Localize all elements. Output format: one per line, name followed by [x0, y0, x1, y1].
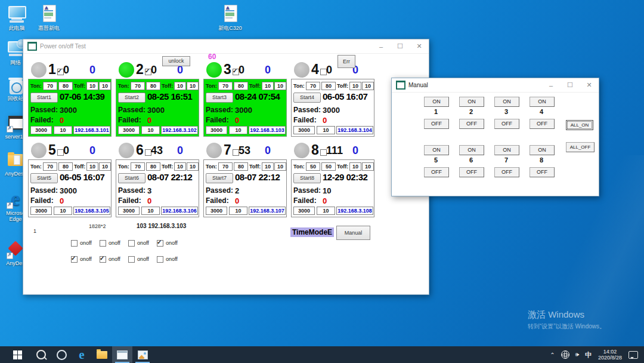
ton2-input[interactable]: 80	[146, 82, 160, 90]
toff1-input[interactable]: 10	[86, 82, 98, 90]
onoff-checkbox-r2-c2[interactable]: onoff	[100, 256, 120, 263]
toff2-input[interactable]: 10	[274, 82, 286, 90]
start-8-button[interactable]: Start8	[293, 173, 321, 183]
off-button-1[interactable]: OFF	[424, 119, 449, 129]
interval-input[interactable]: 10	[141, 126, 160, 134]
start-1-button[interactable]: Start1	[30, 93, 58, 103]
taskbar-edge-button[interactable]: e	[72, 346, 92, 363]
ton1-input[interactable]: 70	[306, 82, 320, 90]
toff1-input[interactable]: 10	[174, 82, 186, 90]
start-3-button[interactable]: Start3	[206, 93, 233, 103]
action-center-button[interactable]	[626, 351, 644, 359]
ton1-input[interactable]: 70	[218, 162, 233, 171]
taskbar-clock[interactable]: 14:02 2020/8/28	[595, 349, 626, 361]
off-button-2[interactable]: OFF	[459, 119, 484, 129]
ton2-input[interactable]: 80	[234, 82, 248, 90]
ton2-input[interactable]: 80	[58, 162, 73, 171]
ip-address-field[interactable]: 192.168.3.107	[249, 207, 286, 215]
cortana-button[interactable]	[51, 346, 72, 363]
toff2-input[interactable]: 10	[99, 82, 111, 90]
onoff-checkbox-r1-c2[interactable]: onoff	[100, 240, 120, 247]
onoff-checkbox-r1-c4[interactable]: onoff	[157, 240, 178, 247]
on-button-5[interactable]: ON	[424, 145, 449, 155]
onoff-checkbox-r1-c1[interactable]: onoff	[71, 240, 92, 247]
ton2-input[interactable]: 80	[321, 82, 336, 90]
toff1-input[interactable]: 10	[349, 82, 361, 90]
manual-titlebar[interactable]: Manual – ☐ ✕	[392, 78, 599, 93]
off-button-7[interactable]: OFF	[494, 167, 519, 177]
toff2-input[interactable]: 10	[99, 162, 111, 171]
start-2-button[interactable]: Start2	[118, 93, 145, 103]
interval-input[interactable]: 10	[141, 207, 160, 215]
ip-address-field[interactable]: 192.168.3.105	[73, 207, 110, 215]
err-button[interactable]: Err	[338, 55, 355, 68]
ton2-input[interactable]: 80	[234, 162, 248, 171]
on-button-3[interactable]: ON	[494, 97, 519, 107]
toff2-input[interactable]: 10	[362, 82, 374, 90]
ip-address-field[interactable]: 192.168.3.108	[336, 207, 373, 215]
unlock-button[interactable]: unlock	[162, 56, 190, 66]
network-tray-button[interactable]	[558, 350, 572, 359]
ton1-input[interactable]: 70	[131, 82, 145, 90]
start-4-button[interactable]: Start4	[293, 93, 321, 103]
toff2-input[interactable]: 10	[274, 162, 286, 171]
manual-minimize-button[interactable]: –	[541, 78, 561, 92]
onoff-checkbox-r2-c1[interactable]: onoff	[71, 256, 92, 263]
total-cycles-input[interactable]: 3000	[118, 207, 140, 215]
on-button-7[interactable]: ON	[494, 145, 519, 155]
toff1-input[interactable]: 10	[262, 82, 274, 90]
maximize-button[interactable]: ☐	[391, 39, 410, 53]
start-5-button[interactable]: Start5	[30, 173, 58, 183]
on-button-4[interactable]: ON	[530, 97, 555, 107]
ip-address-field[interactable]: 192.168.3.106	[161, 207, 198, 215]
start-7-button[interactable]: Start7	[206, 173, 233, 183]
off-button-3[interactable]: OFF	[494, 119, 519, 129]
off-button-8[interactable]: OFF	[530, 167, 555, 177]
ton2-input[interactable]: 50	[321, 162, 336, 171]
tray-expand-button[interactable]: ⌃	[547, 352, 558, 358]
start-6-button[interactable]: Start6	[118, 173, 145, 183]
desktop-icon-doc[interactable]: 新电C320	[215, 5, 246, 31]
timemode-label[interactable]: TimeModeE	[290, 227, 334, 237]
all-on-button[interactable]: ALL_ON	[566, 120, 593, 130]
start-button[interactable]	[7, 346, 27, 363]
total-cycles-input[interactable]: 3000	[30, 126, 52, 134]
ton1-input[interactable]: 70	[131, 162, 145, 171]
toff1-input[interactable]: 10	[174, 162, 186, 171]
ton1-input[interactable]: 50	[306, 162, 320, 171]
interval-input[interactable]: 10	[229, 207, 247, 215]
off-button-4[interactable]: OFF	[530, 119, 555, 129]
desktop-icon-pc[interactable]: 此电脑	[1, 5, 32, 31]
interval-input[interactable]: 10	[317, 207, 335, 215]
ton1-input[interactable]: 70	[218, 82, 233, 90]
search-button[interactable]	[31, 346, 51, 363]
ip-address-field[interactable]: 192.168.3.104	[336, 126, 373, 134]
ip-address-field[interactable]: 192.168.3.102	[161, 126, 198, 134]
total-cycles-input[interactable]: 3000	[206, 126, 227, 134]
image-viewer-taskbar-button[interactable]	[132, 346, 153, 363]
manual-close-button[interactable]: ✕	[580, 78, 599, 92]
onoff-checkbox-r1-c3[interactable]: onoff	[128, 240, 149, 247]
ton2-input[interactable]: 80	[146, 162, 160, 171]
on-button-1[interactable]: ON	[424, 97, 449, 107]
total-cycles-input[interactable]: 3000	[293, 126, 315, 134]
manual-open-button[interactable]: Manual	[336, 226, 370, 240]
minimize-button[interactable]: –	[371, 39, 391, 53]
on-button-2[interactable]: ON	[459, 97, 484, 107]
toff2-input[interactable]: 10	[187, 82, 199, 90]
interval-input[interactable]: 10	[229, 126, 247, 134]
off-button-6[interactable]: OFF	[459, 167, 484, 177]
power-test-taskbar-button[interactable]	[112, 346, 132, 363]
toff1-input[interactable]: 10	[86, 162, 98, 171]
off-button-5[interactable]: OFF	[424, 167, 449, 177]
volume-tray-button[interactable]: 🕪	[572, 351, 582, 358]
on-button-6[interactable]: ON	[459, 145, 484, 155]
interval-input[interactable]: 10	[317, 126, 335, 134]
ton1-input[interactable]: 70	[43, 82, 57, 90]
desktop-icon-doc[interactable]: 惠普新电	[33, 5, 64, 31]
ime-indicator[interactable]: 中	[582, 350, 595, 359]
ton2-input[interactable]: 80	[58, 82, 73, 90]
ip-address-field[interactable]: 192.168.3.103	[249, 126, 286, 134]
ip-address-field[interactable]: 192.168.3.101	[73, 126, 110, 134]
main-titlebar[interactable]: Power on/off Test – ☐ ✕	[23, 39, 429, 54]
